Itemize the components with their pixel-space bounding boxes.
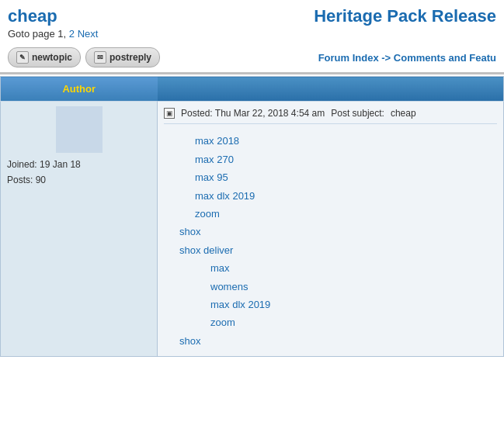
post-content-line: zoom [210, 313, 497, 331]
post-content-line: max [210, 259, 497, 277]
new-topic-icon: ✎ [16, 51, 29, 64]
post-date: Posted: Thu Mar 22, 2018 4:54 am [181, 108, 325, 119]
post-content-line: max 2018 [195, 132, 497, 150]
author-joined: Joined: 19 Jan 18 [7, 157, 151, 172]
goto-label: Goto page [8, 28, 55, 40]
avatar [56, 106, 103, 153]
author-posts: Posts: 90 [7, 173, 151, 188]
page-1-label: 1, [57, 28, 68, 40]
post-icon: ▣ [164, 108, 175, 119]
post-content-line: zoom [195, 205, 497, 223]
post-content-line: shox [179, 332, 497, 350]
next-link[interactable]: Next [78, 28, 99, 40]
author-meta: Joined: 19 Jan 18 Posts: 90 [7, 157, 151, 187]
post-reply-icon: ✉ [94, 51, 106, 64]
post-reply-button[interactable]: ✉ postreply [85, 47, 160, 67]
post-reply-label: postreply [109, 52, 151, 63]
new-topic-button[interactable]: ✎ newtopic [8, 47, 81, 67]
page-2-link[interactable]: 2 [69, 28, 75, 40]
author-column-header: Author [1, 77, 158, 102]
post-content-line: max 270 [195, 150, 497, 168]
post-subject-label: Post subject: [331, 108, 384, 119]
post-content-line: shox deliver [179, 241, 497, 259]
post-cell: ▣ Posted: Thu Mar 22, 2018 4:54 am Post … [158, 102, 504, 357]
left-header: cheap Goto page 1, 2 Next [8, 6, 98, 40]
forum-nav-link[interactable]: Forum Index -> Comments and Featu [318, 52, 496, 64]
post-content-line: womens [210, 278, 497, 296]
post-row: Joined: 19 Jan 18 Posts: 90 ▣ Posted: Th… [1, 102, 504, 357]
page-title: Heritage Pack Release [314, 6, 496, 26]
site-title: cheap [8, 6, 98, 26]
post-content-line: max 95 [195, 168, 497, 186]
column-header-row: Author [1, 77, 504, 102]
post-content-line: max dlx 2019 [195, 187, 497, 205]
post-subject: cheap [391, 108, 416, 119]
forum-nav: Forum Index -> Comments and Featu [318, 52, 496, 64]
toolbar: ✎ newtopic ✉ postreply Forum Index -> Co… [0, 43, 504, 72]
forum-table: Author Joined: 19 Jan 18 Posts: 90 ▣ Pos… [0, 76, 504, 357]
page-header: cheap Goto page 1, 2 Next Heritage Pack … [0, 0, 504, 43]
post-content-line: shox [179, 223, 497, 240]
post-content-line: max dlx 2019 [210, 296, 497, 313]
post-header: ▣ Posted: Thu Mar 22, 2018 4:54 am Post … [164, 105, 497, 124]
post-column-header [158, 77, 504, 102]
new-topic-label: newtopic [32, 52, 72, 63]
author-cell: Joined: 19 Jan 18 Posts: 90 [1, 102, 158, 357]
post-content: max 2018max 270max 95max dlx 2019zoomsho… [164, 129, 497, 353]
pagination-line: Goto page 1, 2 Next [8, 28, 98, 40]
separator [0, 72, 504, 74]
